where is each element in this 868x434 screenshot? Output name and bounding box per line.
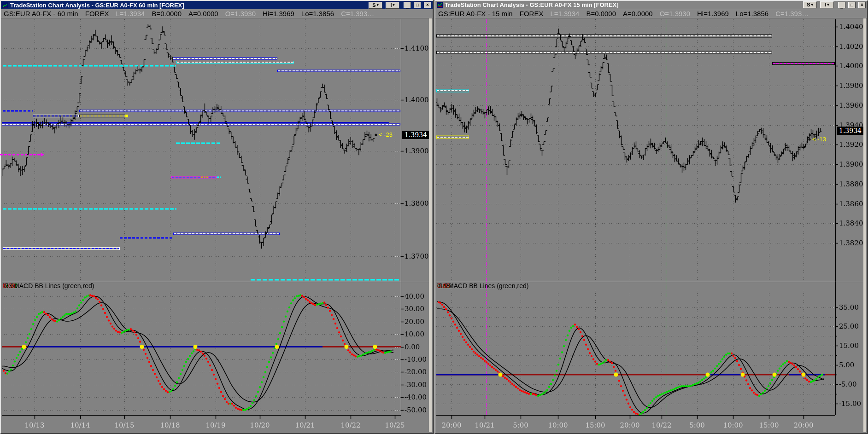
info-field: FOREX	[520, 10, 544, 17]
info-field: GS:EUR A0-FX - 15 min	[438, 10, 513, 17]
app-icon	[437, 2, 443, 8]
app-icon	[2, 2, 8, 8]
info-field: C=1.393…	[775, 10, 809, 17]
info-field: C=1.393…	[341, 10, 374, 17]
chart-window-15min: TradeStation Chart Analysis - GS:EUR A0-…	[434, 0, 868, 434]
info-field: O=1.3930	[225, 10, 256, 17]
info-field: Hi=1.3969	[697, 10, 729, 17]
info-field: A=0.0000	[623, 10, 653, 17]
chevron-down-icon: ▾	[827, 3, 829, 7]
info-field: Lo=1.3856	[736, 10, 768, 17]
chevron-down-icon: ▾	[811, 3, 813, 7]
close-button[interactable]: ×	[424, 2, 431, 8]
info-field: Lo=1.3856	[301, 10, 334, 17]
chevron-down-icon: ▾	[377, 3, 379, 7]
info-field: FOREX	[85, 10, 109, 17]
window-title: TradeStation Chart Analysis - GS:EUR A0-…	[10, 2, 184, 9]
minimize-button[interactable]: _	[838, 2, 845, 8]
info-field: Hi=1.3969	[263, 10, 294, 17]
info-field: O=1.3930	[660, 10, 690, 17]
quote-infobar: GS:EUR A0-FX - 60 minFOREXL=1.3934B=0.00…	[1, 9, 433, 18]
info-field: L=1.3934	[550, 10, 579, 17]
info-field: B=0.0000	[152, 10, 182, 17]
maximize-button[interactable]: □	[848, 2, 856, 8]
style-dropdown-button[interactable]: S▾	[369, 2, 382, 9]
titlebar[interactable]: TradeStation Chart Analysis - GS:EUR A0-…	[1, 1, 433, 9]
info-field: GS:EUR A0-FX - 60 min	[4, 10, 78, 17]
info-field: B=0.0000	[586, 10, 616, 17]
info-field: A=0.0000	[188, 10, 218, 17]
quote-infobar: GS:EUR A0-FX - 15 minFOREXL=1.3934B=0.00…	[435, 9, 867, 18]
minimize-button[interactable]: _	[404, 2, 411, 8]
titlebar[interactable]: TradeStation Chart Analysis - GS:EUR A0-…	[435, 1, 867, 9]
right-edge-strip[interactable]	[863, 17, 866, 432]
interval-dropdown-button[interactable]: I▾	[820, 1, 834, 8]
chevron-down-icon: ▾	[393, 3, 395, 7]
chart-window-60min: TradeStation Chart Analysis - GS:EUR A0-…	[0, 0, 434, 434]
close-button[interactable]: ×	[858, 2, 866, 8]
info-field: L=1.3934	[116, 10, 145, 17]
maximize-button[interactable]: □	[414, 2, 421, 8]
style-dropdown-button[interactable]: S▾	[803, 1, 817, 8]
right-edge-strip[interactable]	[429, 17, 432, 432]
interval-dropdown-button[interactable]: I▾	[386, 2, 399, 9]
window-title: TradeStation Chart Analysis - GS:EUR A0-…	[445, 1, 619, 8]
